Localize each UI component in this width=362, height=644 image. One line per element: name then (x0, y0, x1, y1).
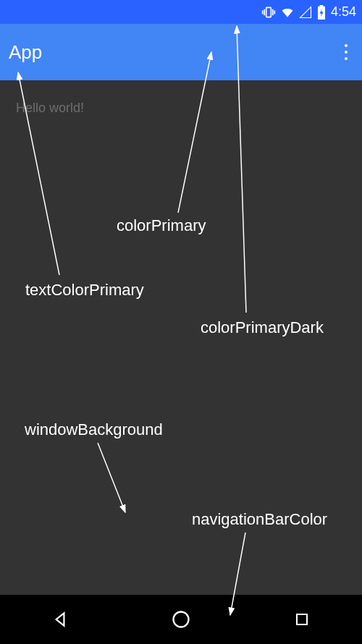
svg-line-11 (237, 26, 246, 313)
svg-line-12 (98, 443, 125, 512)
svg-line-9 (18, 72, 59, 275)
svg-line-13 (230, 533, 245, 615)
svg-line-10 (178, 52, 211, 213)
annotation-arrows (0, 0, 362, 644)
